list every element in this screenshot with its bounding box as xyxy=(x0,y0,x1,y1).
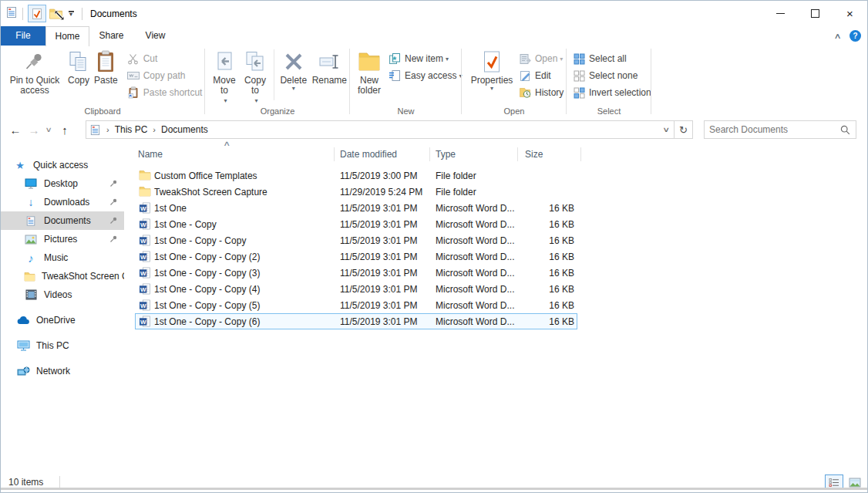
pin-to-quick-access-button[interactable]: Pin to Quick access xyxy=(4,48,66,96)
file-name: Custom Office Templates xyxy=(154,171,257,181)
column-header-type[interactable]: Type xyxy=(436,149,456,160)
maximize-button[interactable] xyxy=(798,1,833,25)
address-history-chevron[interactable]: ∨ xyxy=(654,126,678,133)
move-to-button[interactable]: Move to▾ xyxy=(209,48,240,106)
select-all-label: Select all xyxy=(589,53,627,64)
delete-button[interactable]: Delete ▾ xyxy=(278,48,310,92)
edit-button[interactable]: Edit xyxy=(518,67,564,84)
file-row-selected[interactable]: W 1st One - Copy - Copy (6) 11/5/2019 3:… xyxy=(135,313,577,329)
file-name: TweakShot Screen Capture xyxy=(154,187,267,198)
sidebar-item-onedrive[interactable]: OneDrive xyxy=(1,311,124,329)
sidebar-item-tweakshot-folder[interactable]: TweakShot Screen C xyxy=(1,267,124,285)
group-separator xyxy=(651,49,651,114)
paste-shortcut-button[interactable]: Paste shortcut xyxy=(126,84,203,101)
tab-file[interactable]: File xyxy=(1,26,45,46)
new-folder-button[interactable]: New folder xyxy=(355,48,383,96)
column-divider[interactable] xyxy=(334,147,335,161)
copy-to-label: Copy to xyxy=(243,76,267,96)
breadcrumb: › This PC › Documents xyxy=(86,124,208,136)
file-size: 16 KB xyxy=(519,268,574,279)
file-size: 16 KB xyxy=(519,235,574,246)
select-none-button[interactable]: Select none xyxy=(572,67,651,84)
search-input[interactable] xyxy=(705,124,835,135)
sidebar-item-pictures[interactable]: Pictures xyxy=(1,230,124,248)
file-row[interactable]: W 1st One - Copy - Copy (4) 11/5/2019 3:… xyxy=(135,281,577,297)
sidebar-item-quick-access[interactable]: ★ Quick access xyxy=(1,156,124,174)
qat-properties-button[interactable] xyxy=(28,5,46,22)
sidebar-item-this-pc[interactable]: This PC xyxy=(1,336,124,355)
column-divider[interactable] xyxy=(517,147,518,161)
music-note-icon: ♪ xyxy=(24,252,38,265)
properties-button[interactable]: Properties ▾ xyxy=(469,48,515,92)
select-group-label: Select xyxy=(567,106,651,116)
onedrive-cloud-icon xyxy=(16,316,30,325)
close-button[interactable]: × xyxy=(833,1,867,25)
tab-share[interactable]: Share xyxy=(89,26,133,46)
forward-button[interactable]: → xyxy=(25,120,42,139)
easy-access-button[interactable]: Easy access ▾ xyxy=(388,67,462,84)
sidebar-item-network[interactable]: Network xyxy=(1,362,124,380)
column-header-size[interactable]: Size xyxy=(525,149,543,160)
address-bar[interactable]: › This PC › Documents ∨ ↻ xyxy=(86,120,693,139)
select-all-button[interactable]: Select all xyxy=(572,50,651,67)
qat-customize-button[interactable]: ▾ xyxy=(65,5,77,22)
history-button[interactable]: History xyxy=(518,84,564,101)
sidebar-item-label: Network xyxy=(36,366,70,377)
organize-group-label: Organize xyxy=(206,106,349,116)
file-row[interactable]: TweakShot Screen Capture 11/29/2019 5:24… xyxy=(135,184,577,200)
sidebar-item-label: OneDrive xyxy=(36,315,76,326)
file-row[interactable]: W 1st One - Copy 11/5/2019 3:01 PM Micro… xyxy=(135,216,577,232)
column-divider[interactable] xyxy=(580,147,581,161)
file-row[interactable]: W 1st One 11/5/2019 3:01 PM Microsoft Wo… xyxy=(135,200,577,216)
sidebar-item-downloads[interactable]: ↓ Downloads xyxy=(1,193,124,211)
sidebar-item-music[interactable]: ♪ Music xyxy=(1,248,124,267)
file-row[interactable]: W 1st One - Copy - Copy (3) 11/5/2019 3:… xyxy=(135,265,577,281)
copy-path-button[interactable]: Copy path xyxy=(126,67,203,84)
pictures-icon xyxy=(24,235,38,245)
breadcrumb-item-documents[interactable]: Documents xyxy=(161,124,208,135)
column-header-date-modified[interactable]: Date modified xyxy=(340,149,397,160)
copy-to-button[interactable]: Copy to▾ xyxy=(240,48,271,106)
file-date: 11/5/2019 3:01 PM xyxy=(340,268,418,279)
sidebar-item-documents[interactable]: Documents xyxy=(1,211,124,230)
invert-selection-label: Invert selection xyxy=(589,87,651,98)
copy-button[interactable]: Copy xyxy=(66,48,92,86)
help-button[interactable]: ? xyxy=(849,30,861,42)
file-row[interactable]: W 1st One - Copy - Copy 11/5/2019 3:01 P… xyxy=(135,232,577,248)
minimize-button[interactable] xyxy=(763,1,798,25)
file-row[interactable]: Custom Office Templates 11/5/2019 3:00 P… xyxy=(135,167,577,184)
new-item-button[interactable]: New item ▾ xyxy=(388,50,462,67)
file-name: 1st One - Copy - Copy (6) xyxy=(154,316,260,327)
new-item-icon xyxy=(388,52,402,65)
ribbon-group-select: Select all Select none Invert selection xyxy=(567,46,651,117)
back-button[interactable]: ← xyxy=(7,120,24,139)
file-date: 11/5/2019 3:00 PM xyxy=(340,171,418,181)
breadcrumb-chevron-icon: › xyxy=(103,125,113,134)
column-divider[interactable] xyxy=(429,147,430,161)
recent-locations-chevron[interactable]: ∨ xyxy=(41,120,56,139)
paste-button[interactable]: Paste xyxy=(92,48,120,86)
tab-home[interactable]: Home xyxy=(45,26,89,46)
cut-button[interactable]: Cut xyxy=(126,50,203,67)
sidebar-item-label: This PC xyxy=(36,340,69,351)
qat-new-folder-button[interactable] xyxy=(46,5,65,22)
up-button[interactable]: ↑ xyxy=(56,120,73,139)
search-icon[interactable] xyxy=(835,125,856,135)
file-row[interactable]: W 1st One - Copy - Copy (5) 11/5/2019 3:… xyxy=(135,297,577,313)
sidebar-item-videos[interactable]: Videos xyxy=(1,285,124,304)
sidebar-item-desktop[interactable]: Desktop xyxy=(1,174,124,193)
rename-button[interactable]: Rename xyxy=(310,48,349,86)
paste-label: Paste xyxy=(94,76,118,86)
easy-access-icon xyxy=(388,69,402,82)
file-row[interactable]: W 1st One - Copy - Copy (2) 11/5/2019 3:… xyxy=(135,248,577,265)
collapse-ribbon-button[interactable]: ∧ xyxy=(833,32,841,40)
tab-view[interactable]: View xyxy=(133,26,177,46)
file-rows: Custom Office Templates 11/5/2019 3:00 P… xyxy=(135,167,577,329)
column-header-name[interactable]: Name xyxy=(138,149,163,160)
open-button[interactable]: Open ▾ xyxy=(518,50,564,67)
invert-selection-button[interactable]: Invert selection xyxy=(572,84,651,101)
file-name: 1st One - Copy - Copy (4) xyxy=(154,284,260,295)
breadcrumb-item-this-pc[interactable]: This PC xyxy=(115,124,148,135)
file-name: 1st One - Copy - Copy (5) xyxy=(154,300,260,311)
dropdown-arrow-icon: ▾ xyxy=(560,56,563,62)
